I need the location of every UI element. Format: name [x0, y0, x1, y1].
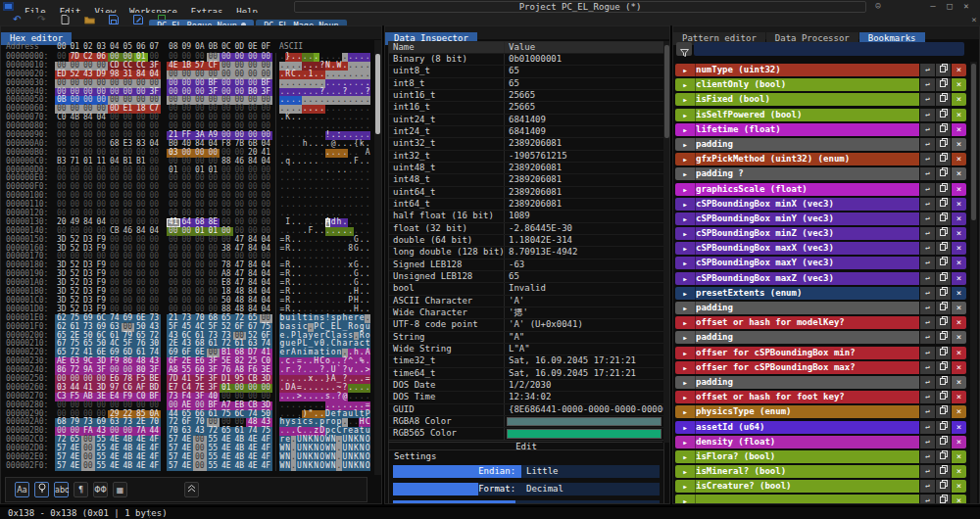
- inspector-row[interactable]: uint24_t6841409: [389, 114, 663, 125]
- new-file-icon[interactable]: [58, 13, 73, 25]
- expand-arrow-icon[interactable]: ▶: [675, 183, 695, 196]
- copy-icon[interactable]: [936, 376, 951, 389]
- inspector-row[interactable]: uint8_t65: [389, 65, 663, 76]
- expand-arrow-icon[interactable]: ▶: [675, 212, 695, 225]
- expand-arrow-icon[interactable]: ▶: [675, 465, 695, 478]
- footer-collapse-icon[interactable]: [184, 482, 199, 497]
- expand-arrow-icon[interactable]: ▶: [675, 123, 695, 136]
- copy-icon[interactable]: [936, 421, 951, 434]
- jump-to-icon[interactable]: ↩: [920, 212, 935, 225]
- delete-bookmark-icon[interactable]: ×: [952, 361, 966, 374]
- delete-bookmark-icon[interactable]: ×: [952, 436, 966, 448]
- inspector-row[interactable]: time32_tSat, 16.09.2045 17:21:21: [389, 354, 663, 366]
- inspector-row[interactable]: uint64_t2389206081: [389, 186, 663, 198]
- format-setting[interactable]: Format: Decimal: [393, 483, 660, 495]
- inspector-row[interactable]: int32_t-1905761215: [389, 150, 663, 162]
- expand-arrow-icon[interactable]: ▶: [675, 361, 695, 374]
- delete-bookmark-icon[interactable]: ×: [952, 183, 966, 196]
- copy-icon[interactable]: [936, 287, 951, 300]
- jump-to-icon[interactable]: ↩: [920, 302, 935, 314]
- hex-byte[interactable]: 00: [193, 462, 207, 471]
- delete-bookmark-icon[interactable]: ×: [952, 257, 966, 269]
- minimize-icon[interactable]: –: [925, 0, 941, 13]
- hex-byte[interactable]: 55: [207, 462, 220, 471]
- copy-icon[interactable]: [936, 198, 951, 211]
- delete-bookmark-icon[interactable]: ×: [952, 495, 966, 504]
- hex-byte[interactable]: 4E: [69, 462, 82, 471]
- inspector-row[interactable]: Wide StringL"A": [389, 343, 663, 354]
- jump-to-icon[interactable]: ↩: [920, 257, 935, 269]
- jump-to-icon[interactable]: ↩: [920, 361, 935, 374]
- inspector-row[interactable]: Binary (8 bit)0b01000001: [389, 53, 663, 65]
- expand-arrow-icon[interactable]: ▶: [675, 64, 695, 76]
- delete-bookmark-icon[interactable]: ×: [952, 302, 966, 314]
- jump-to-icon[interactable]: ↩: [920, 495, 935, 504]
- bookmark-row[interactable]: ▶offser for cSPBoundingBox max?↩×: [675, 361, 966, 374]
- inspector-row[interactable]: DOS Time12:34:02: [389, 391, 663, 402]
- delete-bookmark-icon[interactable]: ×: [952, 480, 966, 493]
- jump-to-icon[interactable]: ↩: [920, 123, 935, 136]
- expand-arrow-icon[interactable]: ▶: [675, 302, 695, 314]
- feedback-icon[interactable]: ☺: [870, 0, 886, 13]
- delete-bookmark-icon[interactable]: ×: [952, 405, 966, 418]
- delete-bookmark-icon[interactable]: ×: [952, 109, 966, 121]
- inspector-row[interactable]: long double (128 bit)8.70913E-4942: [389, 246, 663, 258]
- bookmark-row[interactable]: ▶physicsType (enum)↩×: [675, 405, 966, 418]
- delete-bookmark-icon[interactable]: ×: [952, 450, 966, 463]
- inspector-row[interactable]: time64_tSat, 16.09.2045 17:21:21: [389, 367, 663, 379]
- inspector-row[interactable]: int8_t65: [389, 77, 663, 89]
- footer-button-▦[interactable]: ▦: [113, 482, 127, 497]
- jump-to-icon[interactable]: ↩: [920, 272, 935, 285]
- hex-byte[interactable]: 4E: [108, 462, 122, 471]
- delete-bookmark-icon[interactable]: ×: [952, 376, 966, 389]
- bookmark-row[interactable]: ▶↩×: [675, 495, 966, 504]
- bookmark-row[interactable]: ▶padding↩×: [675, 331, 966, 344]
- bookmark-row[interactable]: ▶cSPBoundingBox minY (vec3)↩×: [675, 212, 966, 225]
- hex-byte[interactable]: 57: [55, 462, 69, 471]
- bookmark-row[interactable]: ▶isFlora? (bool)↩×: [675, 450, 966, 463]
- expand-arrow-icon[interactable]: ▶: [675, 480, 695, 493]
- copy-icon[interactable]: [936, 138, 951, 151]
- footer-button-¶[interactable]: ¶: [74, 482, 88, 497]
- expand-arrow-icon[interactable]: ▶: [675, 257, 695, 269]
- delete-bookmark-icon[interactable]: ×: [952, 93, 966, 106]
- bookmark-row[interactable]: ▶isMineral? (bool)↩×: [675, 465, 966, 478]
- copy-icon[interactable]: [936, 109, 951, 121]
- ascii-char[interactable]: O: [365, 462, 370, 471]
- delete-bookmark-icon[interactable]: ×: [952, 465, 966, 478]
- hex-byte[interactable]: 00: [81, 462, 95, 471]
- filter-icon[interactable]: [676, 42, 692, 56]
- delete-bookmark-icon[interactable]: ×: [952, 167, 966, 180]
- hex-scrollbar[interactable]: [374, 40, 381, 475]
- hex-byte[interactable]: 4F: [148, 462, 162, 471]
- column-value[interactable]: Value: [505, 42, 663, 53]
- copy-icon[interactable]: [936, 167, 951, 180]
- expand-arrow-icon[interactable]: ▶: [675, 450, 695, 463]
- delete-bookmark-icon[interactable]: ×: [952, 138, 966, 151]
- column-name[interactable]: Name: [389, 42, 505, 53]
- save-icon[interactable]: [107, 13, 122, 25]
- copy-icon[interactable]: [936, 93, 951, 106]
- copy-icon[interactable]: [936, 302, 951, 314]
- delete-bookmark-icon[interactable]: ×: [952, 331, 966, 344]
- jump-to-icon[interactable]: ↩: [920, 153, 935, 165]
- bookmark-row[interactable]: ▶cSPBoundingBox maxX (vec3)↩×: [675, 242, 966, 255]
- expand-arrow-icon[interactable]: ▶: [675, 405, 695, 418]
- undo-icon[interactable]: ↶: [10, 13, 24, 25]
- copy-icon[interactable]: [936, 331, 951, 344]
- delete-bookmark-icon[interactable]: ×: [952, 212, 966, 225]
- inspector-row[interactable]: GUID{8E686441-0000-0000-0000-0000C846840…: [389, 403, 663, 415]
- inspector-row[interactable]: Unsigned LEB12865: [389, 270, 663, 282]
- delete-bookmark-icon[interactable]: ×: [952, 287, 966, 300]
- footer-button-abc[interactable]: abc: [54, 482, 69, 497]
- copy-icon[interactable]: [936, 450, 951, 463]
- jump-to-icon[interactable]: ↩: [920, 480, 935, 493]
- inspector-row[interactable]: ASCII Character'A': [389, 295, 663, 307]
- jump-to-icon[interactable]: ↩: [920, 287, 935, 300]
- hex-byte[interactable]: 4E: [220, 462, 233, 471]
- bookmark-row[interactable]: ▶presetExtents (enum)↩×: [675, 287, 966, 300]
- expand-arrow-icon[interactable]: ▶: [675, 436, 695, 448]
- copy-icon[interactable]: [936, 64, 951, 76]
- copy-icon[interactable]: [936, 316, 951, 329]
- expand-arrow-icon[interactable]: ▶: [675, 242, 695, 255]
